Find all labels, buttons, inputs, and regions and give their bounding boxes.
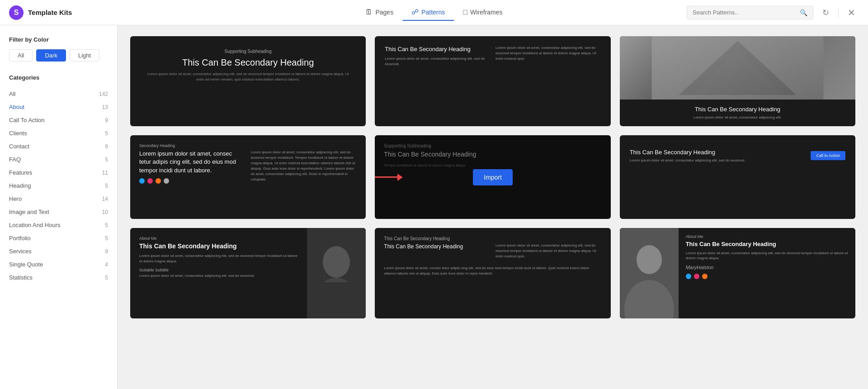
logo-icon: S [9, 5, 24, 20]
color-filter-all[interactable]: All [9, 49, 33, 62]
pattern-card-2[interactable]: This Can Be Secondary Heading Lorem ipsu… [375, 36, 610, 126]
category-clients[interactable]: Clients 5 [9, 127, 108, 140]
import-button-6[interactable]: Import [717, 169, 757, 185]
color-filter-light[interactable]: Light [70, 49, 99, 62]
category-all[interactable]: All 142 [9, 87, 108, 100]
category-image-and-text[interactable]: Image and Text 10 [9, 205, 108, 218]
import-arrow [375, 174, 403, 181]
patterns-content: Supporting Subheading This Can Be Second… [118, 25, 868, 389]
card5-overlay: Import [375, 135, 610, 219]
top-nav: 🗓 Pages ☍ Patterns □ Wireframes [356, 4, 511, 21]
category-about[interactable]: About 13 [9, 100, 108, 114]
nav-wireframes[interactable]: □ Wireframes [454, 5, 511, 21]
pattern-card-9[interactable]: About Me This Can Be Secondary Heading L… [620, 228, 855, 318]
import-button-4[interactable]: Import [228, 169, 268, 185]
category-location[interactable]: Location And Hours 5 [9, 218, 108, 232]
logo: S Template Kits [9, 5, 108, 20]
pattern-card-1[interactable]: Supporting Subheading This Can Be Second… [130, 36, 366, 126]
import-button-8[interactable]: Import [473, 265, 513, 281]
main-layout: Filter by Color All Dark Light Categorie… [0, 25, 868, 389]
import-button-7[interactable]: Import [228, 265, 268, 281]
category-features[interactable]: Features 11 [9, 166, 108, 179]
search-icon: 🔍 [800, 9, 807, 16]
patterns-grid: Supporting Subheading This Can Be Second… [130, 36, 855, 318]
search-input[interactable] [693, 9, 796, 16]
nav-pages[interactable]: 🗓 Pages [356, 5, 402, 21]
page-icon: 🗓 [365, 8, 373, 16]
category-single-quote[interactable]: Single Quote 4 [9, 258, 108, 271]
pattern-card-7[interactable]: About Me This Can Be Secondary Heading L… [130, 228, 366, 318]
category-call-to-action[interactable]: Call To Action 9 [9, 114, 108, 127]
arrow-head [397, 174, 403, 181]
category-services[interactable]: Services 9 [9, 245, 108, 258]
close-button[interactable]: ✕ [844, 5, 859, 20]
import-button-2[interactable]: Import [473, 73, 513, 90]
category-faq[interactable]: FAQ 5 [9, 153, 108, 166]
import-button-3[interactable]: Import [717, 73, 757, 90]
filter-label: Filter by Color [9, 36, 108, 43]
color-filter-dark[interactable]: Dark [36, 49, 66, 62]
app-title: Template Kits [28, 9, 72, 16]
refresh-button[interactable]: ↻ [819, 6, 833, 19]
import-button-1[interactable]: Import [228, 73, 268, 90]
pattern-card-6[interactable]: This Can Be Secondary Heading Lorem ipsu… [620, 135, 855, 219]
patterns-icon: ☍ [411, 8, 419, 16]
category-hero[interactable]: Hero 14 [9, 192, 108, 205]
pattern-card-8[interactable]: This Can Be Secondary Heading This Can B… [375, 228, 610, 318]
wireframes-icon: □ [463, 8, 467, 16]
search-box[interactable]: 🔍 [687, 6, 813, 19]
category-contact[interactable]: Contact 9 [9, 140, 108, 153]
sidebar: Filter by Color All Dark Light Categorie… [0, 25, 118, 389]
category-statistics[interactable]: Statistics 5 [9, 271, 108, 284]
import-button-9[interactable]: Import [717, 265, 757, 281]
categories-label: Categories [9, 74, 108, 81]
topbar: S Template Kits 🗓 Pages ☍ Patterns □ Wir… [0, 0, 868, 25]
pattern-card-4[interactable]: Secondary Heading Lorem ipsum dolor sit … [130, 135, 366, 219]
category-portfolio[interactable]: Portfolio 5 [9, 232, 108, 245]
divider [838, 7, 839, 18]
arrow-line [375, 176, 397, 178]
category-heading[interactable]: Heading 5 [9, 179, 108, 192]
nav-patterns[interactable]: ☍ Patterns [402, 4, 454, 21]
pattern-card-5[interactable]: Supporting Subheading This Can Be Second… [375, 135, 610, 219]
topbar-right: 🔍 ↻ ✕ [687, 5, 859, 20]
import-button-5[interactable]: Import [473, 169, 513, 185]
color-filters: All Dark Light [9, 49, 108, 62]
pattern-card-3[interactable]: This Can Be Secondary Heading Lorem ipsu… [620, 36, 855, 126]
